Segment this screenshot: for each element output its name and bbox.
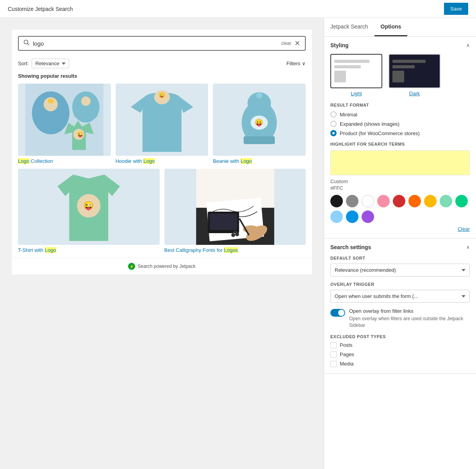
overlay-trigger-select[interactable]: Open when user submits the form (... (330, 290, 470, 303)
overlay-filter-toggle[interactable] (330, 309, 345, 317)
theme-line-1 (334, 60, 369, 63)
search-bar: logo clear ✕ (18, 36, 306, 51)
tab-jetpack-search[interactable]: Jetpack Search (324, 18, 374, 36)
radio-product[interactable]: Product (for WooCommerce stores) (330, 130, 470, 136)
checkbox-label-pages: Pages (340, 351, 354, 357)
highlight-label: HIGHLIGHT FOR SEARCH TERMS (330, 142, 470, 146)
swatch-yellow[interactable] (424, 195, 437, 207)
checkbox-box-posts (330, 342, 337, 348)
save-button[interactable]: Save (444, 3, 468, 15)
swatch-blue[interactable] (346, 210, 358, 223)
radio-circle-minimal (330, 111, 337, 118)
swatch-red[interactable] (393, 195, 405, 207)
radio-minimal[interactable]: Minimal (330, 111, 470, 118)
swatch-light-blue[interactable] (330, 210, 343, 223)
toggle-knob (338, 310, 344, 316)
clear-color-link[interactable]: Clear (330, 226, 470, 232)
sort-select[interactable]: Relevance (32, 59, 69, 68)
footer-powered: Search powered by Jetpack (12, 258, 312, 275)
svg-text:😜: 😜 (159, 93, 164, 98)
swatch-green[interactable] (455, 195, 468, 207)
swatch-black[interactable] (330, 195, 343, 207)
svg-line-1 (28, 44, 29, 45)
sort-filters-bar: Sort: Relevance Filters ∨ (12, 57, 312, 73)
checkbox-posts[interactable]: Posts (330, 342, 470, 348)
svg-point-6 (48, 99, 54, 103)
svg-point-20 (256, 92, 262, 98)
light-theme-preview (330, 54, 382, 88)
search-close-button[interactable]: ✕ (294, 39, 300, 48)
search-input-value: logo (33, 40, 278, 47)
radio-circle-expanded (330, 121, 337, 127)
theme-options: Light (330, 54, 470, 96)
search-settings-title: Search settings (330, 244, 371, 250)
theme-line-dark-2 (392, 65, 415, 68)
color-preview-box[interactable] (330, 150, 470, 175)
default-sort-select[interactable]: Relevance (recommended) (330, 264, 470, 276)
filters-label: Filters (287, 61, 300, 66)
swatch-white[interactable] (362, 195, 374, 207)
sort-label: Sort: (18, 61, 29, 66)
product-card[interactable]: 😜 Hoodie with Logo (116, 84, 209, 164)
product-image: 😜 (18, 84, 111, 156)
result-format-label: RESULT FORMAT (330, 103, 470, 107)
excluded-label: Excluded post types (330, 334, 470, 339)
checkbox-box-media (330, 361, 337, 367)
search-settings-chevron-icon: ∧ (466, 244, 470, 250)
toggle-text-group: Open overlay from filter links Open over… (349, 308, 470, 329)
svg-text:😛: 😛 (255, 118, 264, 127)
swatch-gray[interactable] (346, 195, 358, 207)
product-name: Hoodie with Logo (116, 156, 209, 164)
product-card[interactable]: 😜 Logo Collection (18, 84, 111, 164)
theme-block-img (334, 71, 346, 82)
preview-area: logo clear ✕ Sort: Relevance Filters ∨ S… (0, 18, 324, 469)
dark-theme-preview (389, 54, 440, 88)
page-title: Customize Jetpack Search (8, 6, 73, 12)
radio-circle-product (330, 130, 337, 136)
radio-expanded[interactable]: Expanded (shows images) (330, 121, 470, 127)
theme-block-dark (392, 71, 437, 82)
checkbox-pages[interactable]: Pages (330, 351, 470, 358)
highlight-text: Logo (18, 158, 29, 164)
product-card[interactable]: 😛 Beanie with Logo (213, 84, 306, 164)
radio-label-minimal: Minimal (340, 112, 357, 118)
product-card[interactable]: Best Calligraphy Fonts for Logos (164, 169, 306, 253)
checkbox-label-posts: Posts (340, 342, 353, 348)
swatch-light-green[interactable] (440, 195, 452, 207)
theme-line-dark-1 (392, 60, 426, 63)
styling-section-header[interactable]: Styling ∧ (324, 37, 476, 54)
highlight-text: Logo (45, 247, 56, 253)
theme-dark[interactable]: Dark (389, 54, 440, 96)
filters-chevron-icon: ∨ (302, 61, 306, 66)
result-format-radio-group: Minimal Expanded (shows images) Product … (330, 111, 470, 136)
product-grid-bottom: 😜 T-Shirt with Logo (12, 169, 312, 258)
theme-light[interactable]: Light (330, 54, 382, 96)
light-theme-label: Light (351, 91, 362, 96)
checkbox-media[interactable]: Media (330, 361, 470, 367)
toggle-text: Open overlay from filter links (349, 308, 470, 314)
swatch-purple[interactable] (362, 210, 374, 223)
toggle-subtext: Open overlay when filters are used outsi… (349, 316, 470, 329)
product-card[interactable]: 😜 T-Shirt with Logo (18, 169, 160, 253)
product-name: T-Shirt with Logo (18, 245, 160, 253)
search-settings-header[interactable]: Search settings ∧ (324, 239, 476, 256)
color-custom-label: Custom (330, 178, 470, 184)
filters-button[interactable]: Filters ∨ (287, 61, 306, 66)
product-name: Logo Collection (18, 156, 111, 164)
search-clear-button[interactable]: clear (281, 41, 291, 46)
main-layout: logo clear ✕ Sort: Relevance Filters ∨ S… (0, 18, 476, 469)
swatch-orange[interactable] (408, 195, 421, 207)
product-image: 😛 (213, 84, 306, 156)
dark-theme-label: Dark (409, 91, 420, 96)
search-preview-box: logo clear ✕ Sort: Relevance Filters ∨ S… (12, 30, 312, 275)
styling-chevron-icon: ∧ (466, 43, 470, 48)
styling-section-title: Styling (330, 42, 349, 48)
theme-block (334, 71, 378, 82)
radio-label-product: Product (for WooCommerce stores) (340, 130, 420, 136)
tab-options[interactable]: Options (374, 18, 408, 36)
svg-rect-18 (244, 136, 275, 144)
toggle-row: Open overlay from filter links Open over… (330, 308, 470, 329)
overlay-trigger-label: OVERLAY TRIGGER (330, 282, 470, 287)
svg-point-35 (235, 232, 239, 236)
swatch-pink[interactable] (377, 195, 390, 207)
